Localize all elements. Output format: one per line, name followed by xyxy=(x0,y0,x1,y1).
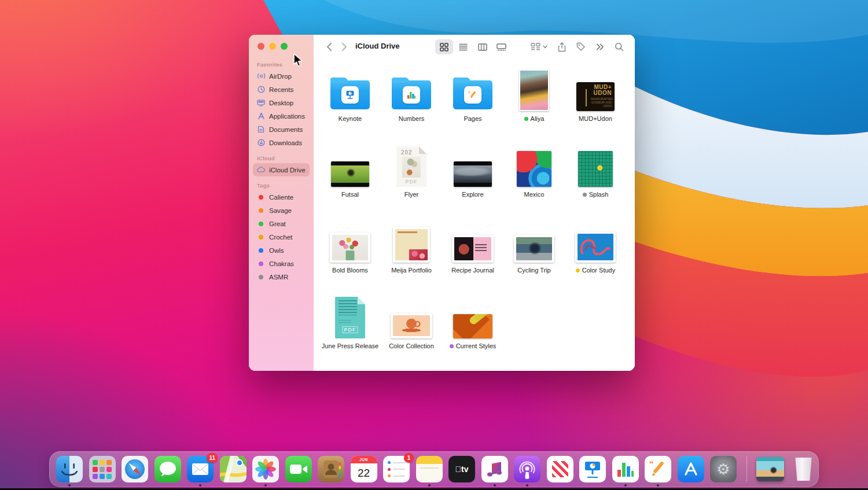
file-label: Color Collection xyxy=(389,342,434,350)
file-explore[interactable]: Explore xyxy=(442,142,503,218)
running-indicator xyxy=(68,484,71,487)
sidebar-item-label: AirDrop xyxy=(269,73,292,80)
file-numbers[interactable]: Numbers xyxy=(381,66,442,142)
gallery-view-button[interactable] xyxy=(492,39,510,54)
dock-icon-pages[interactable]: “ xyxy=(645,456,671,482)
dock-divider xyxy=(746,456,747,482)
sidebar-item-label: Applications xyxy=(269,113,305,120)
dock-icon-safari[interactable] xyxy=(122,456,148,482)
list-view-button[interactable] xyxy=(454,39,472,54)
dock-icon-minimized-window[interactable] xyxy=(756,457,784,481)
desktop-icon xyxy=(257,99,265,107)
sidebar-item-label: Chakras xyxy=(269,260,294,267)
sidebar-item-caliente[interactable]: Caliente xyxy=(253,190,310,204)
sidebar-item-icloud-drive[interactable]: iCloud Drive xyxy=(253,163,310,176)
sidebar-item-label: iCloud Drive xyxy=(269,167,306,174)
sidebar-item-label: Downloads xyxy=(269,139,302,146)
dock-icon-calendar[interactable]: JUN22 xyxy=(351,456,377,482)
video-thumbnail xyxy=(331,161,369,187)
file-aliya[interactable]: Aliya xyxy=(503,66,565,142)
file-mexico[interactable]: Mexico xyxy=(503,142,565,218)
pdf-thumbnail: PDF xyxy=(335,297,365,338)
image-thumbnail xyxy=(391,313,432,338)
sidebar-item-desktop[interactable]: Desktop xyxy=(253,96,310,109)
dock-icon-numbers[interactable] xyxy=(612,456,639,482)
sidebar-item-downloads[interactable]: Downloads xyxy=(253,136,310,149)
sidebar-item-asmr[interactable]: ASMR xyxy=(253,270,310,283)
file-futsal[interactable]: Futsal xyxy=(319,142,381,218)
tags-icon[interactable] xyxy=(571,39,591,54)
tag-dot-icon xyxy=(259,235,263,240)
dock-icon-notes[interactable] xyxy=(416,456,443,482)
file-current-styles[interactable]: Current Styles xyxy=(442,293,503,369)
file-mud-udon[interactable]: MUD+UDONHANDCRAFTED DONBURI AND UDONMUD+… xyxy=(565,66,626,142)
file-color-collection[interactable]: Color Collection xyxy=(381,293,442,369)
dock-icon-music[interactable] xyxy=(481,456,508,482)
dock-icon-photos[interactable] xyxy=(252,456,279,482)
sidebar-item-savage[interactable]: Savage xyxy=(253,204,310,217)
dock-icon-keynote[interactable] xyxy=(579,456,606,482)
sidebar-item-documents[interactable]: Documents xyxy=(253,123,310,136)
file-label: Explore xyxy=(462,191,483,198)
gear-glyph: ⚙ xyxy=(716,460,730,478)
file-label: Recipe Journal xyxy=(451,267,494,274)
finder-toolbar: iCloud Drive xyxy=(314,35,635,59)
image-thumbnail xyxy=(517,151,551,187)
file-pages[interactable]: “Pages xyxy=(442,66,503,142)
sidebar-item-recents[interactable]: Recents xyxy=(253,83,310,96)
dock-icon-mail[interactable]: 11 xyxy=(187,456,214,482)
more-toolbar-items-icon[interactable] xyxy=(591,39,609,54)
dock-icon-facetime[interactable] xyxy=(285,456,312,482)
sidebar-item-chakras[interactable]: Chakras xyxy=(253,257,310,270)
photo-thumbnail xyxy=(519,69,549,111)
file-flyer[interactable]: 202PDFFlyer xyxy=(381,142,442,218)
share-icon[interactable] xyxy=(553,39,571,54)
zoom-button[interactable] xyxy=(281,43,288,50)
file-color-study[interactable]: Color Study xyxy=(565,218,626,293)
file-label: Cycling Trip xyxy=(517,267,550,274)
sidebar-item-crochet[interactable]: Crochet xyxy=(253,230,310,244)
sidebar-item-label: Great xyxy=(269,220,286,227)
image-thumbnail xyxy=(452,235,494,263)
dock-icon-systemprefs[interactable]: ⚙ xyxy=(710,456,737,482)
tag-dot-icon xyxy=(259,275,263,279)
dock-icon-appstore[interactable] xyxy=(678,456,704,482)
forward-button[interactable] xyxy=(337,40,351,54)
file-cycling-trip[interactable]: Cycling Trip xyxy=(503,218,565,293)
file-meija-portfolio[interactable]: Meija Portfolio xyxy=(381,218,442,293)
pdf-thumbnail: 202PDF xyxy=(396,146,426,187)
group-by-button[interactable] xyxy=(525,39,553,54)
search-icon[interactable] xyxy=(609,39,629,54)
dock-icon-news[interactable] xyxy=(547,456,573,482)
dock-icon-launchpad[interactable] xyxy=(89,456,116,482)
icon-view-button[interactable] xyxy=(435,39,453,54)
file-bold-blooms[interactable]: Bold Blooms xyxy=(319,218,381,293)
sidebar-item-label: Recents xyxy=(269,86,293,93)
back-button[interactable] xyxy=(322,40,336,54)
dock-icon-podcasts[interactable] xyxy=(514,456,540,482)
dock-icon-reminders[interactable]: 1 xyxy=(383,456,410,482)
running-indicator xyxy=(199,484,201,487)
notification-badge: 1 xyxy=(404,453,414,463)
column-view-button[interactable] xyxy=(473,39,491,54)
minimize-button[interactable] xyxy=(269,43,276,50)
file-recipe-journal[interactable]: Recipe Journal xyxy=(442,218,503,293)
dock-icon-contacts[interactable] xyxy=(318,456,344,482)
sidebar-item-owls[interactable]: Owls xyxy=(253,244,310,257)
image-thumbnail xyxy=(330,233,370,263)
file-june-press-release[interactable]: PDFJune Press Release xyxy=(319,293,381,369)
file-splash[interactable]: Splash xyxy=(565,142,626,218)
calendar-day: 22 xyxy=(351,463,377,482)
sidebar-item-great[interactable]: Great xyxy=(253,217,310,230)
close-button[interactable] xyxy=(258,43,264,50)
dock-icon-finder[interactable] xyxy=(56,456,83,482)
dock-icon-trash[interactable] xyxy=(790,456,817,482)
sidebar-item-airdrop[interactable]: AirDrop xyxy=(253,69,310,83)
dock-icon-maps[interactable] xyxy=(220,456,247,482)
dock-icon-messages[interactable] xyxy=(155,456,181,482)
svg-text:“: “ xyxy=(649,459,654,468)
dock-icon-appletv[interactable]: tv xyxy=(448,456,475,482)
file-grid: KeynoteNumbers“PagesAliyaMUD+UDONHANDCRA… xyxy=(314,59,635,371)
sidebar-item-applications[interactable]: Applications xyxy=(253,109,310,123)
file-keynote[interactable]: Keynote xyxy=(319,66,381,142)
